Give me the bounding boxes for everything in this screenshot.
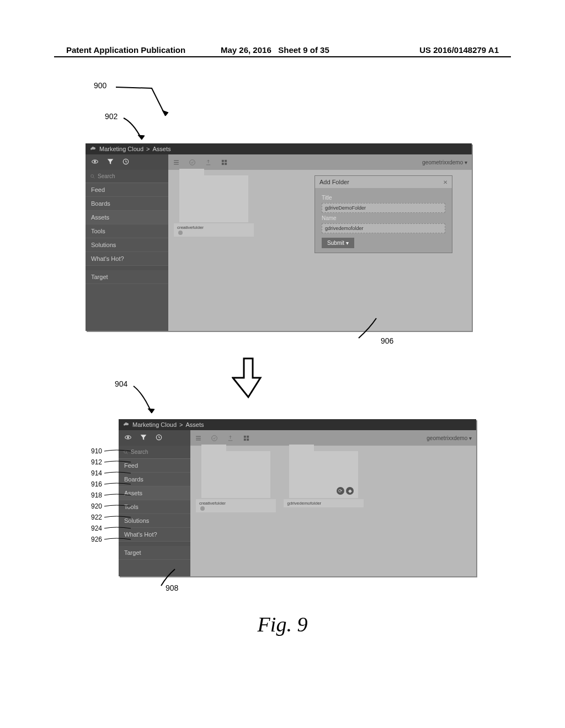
badge-icon [200, 506, 205, 511]
callout-914: 914 [86, 470, 102, 477]
close-icon[interactable]: ✕ [443, 179, 447, 185]
callout-910: 910 [86, 448, 102, 454]
field-title-label: Title [322, 195, 445, 201]
leader-922 [102, 514, 132, 521]
leader-926 [102, 536, 132, 543]
page-header: Patent Application Publication May 26, 2… [66, 45, 499, 55]
nav-whatshot[interactable]: What's Hot? [86, 252, 168, 266]
list-icon[interactable] [195, 435, 202, 442]
folder-tile[interactable]: ⟳ ◆ gdrivedemofolder [284, 451, 364, 517]
callout-912: 912 [86, 459, 102, 465]
sync-icon: ⟳ [337, 487, 344, 495]
svg-rect-6 [222, 163, 223, 164]
check-icon[interactable] [189, 159, 196, 166]
search-icon [90, 174, 95, 179]
callout-916: 916 [86, 481, 102, 488]
body-row: Search Feed Boards Assets Tools Solution… [86, 170, 472, 331]
folder-caption: creativefolder [196, 499, 276, 512]
nav-feed[interactable]: Feed [86, 183, 168, 197]
content-area: creativefolder Add Folder ✕ Title Name S… [168, 170, 472, 331]
flow-arrow-icon [232, 353, 265, 403]
window-titlebar: Marketing Cloud > Assets [119, 419, 476, 430]
nav-boards[interactable]: Boards [86, 197, 168, 211]
callout-900: 900 [94, 81, 106, 90]
nav-target[interactable]: Target [86, 270, 168, 284]
filter-icon[interactable] [140, 433, 147, 441]
breadcrumb-root[interactable]: Marketing Cloud [132, 421, 177, 428]
content-area: creativefolder ⟳ ◆ gdrivedemofolder [190, 446, 476, 576]
publication-number: US 2016/0148279 A1 [419, 45, 499, 55]
eye-icon[interactable] [91, 158, 99, 165]
grid-icon[interactable] [243, 435, 250, 442]
nav-solutions[interactable]: Solutions [86, 238, 168, 252]
breadcrumb-leaf[interactable]: Assets [186, 421, 204, 428]
screenshot-904: Marketing Cloud > Assets geometrixxdemo … [119, 419, 476, 576]
leader-904 [132, 383, 163, 419]
upload-icon[interactable] [205, 159, 212, 166]
main-toolbar: geometrixxdemo ▾ [190, 430, 476, 446]
list-icon[interactable] [173, 159, 180, 166]
folder-caption: gdrivedemofolder [284, 499, 364, 507]
eye-icon[interactable] [124, 433, 132, 441]
add-folder-dialog: Add Folder ✕ Title Name Submit ▾ [315, 175, 452, 253]
callout-904: 904 [115, 379, 127, 388]
filter-icon[interactable] [106, 158, 114, 165]
screenshot-902: Marketing Cloud > Assets geometrixxdemo … [86, 143, 472, 331]
breadcrumb-leaf[interactable]: Assets [153, 146, 171, 152]
svg-point-1 [94, 161, 95, 162]
leader-916 [102, 481, 132, 488]
leader-910 [102, 448, 132, 454]
clock-icon[interactable] [122, 158, 130, 165]
svg-point-10 [127, 437, 129, 438]
row-callouts: 910 912 914 916 918 920 922 924 926 [86, 446, 132, 545]
folder-icon [179, 175, 248, 222]
folder-icon [201, 451, 270, 498]
search-row[interactable]: Search [86, 170, 168, 183]
upload-icon[interactable] [227, 435, 234, 442]
nav-target[interactable]: Target [119, 546, 190, 560]
nav-sub-hot[interactable] [86, 266, 168, 270]
dialog-body: Title Name Submit ▾ [315, 188, 452, 253]
leader-914 [102, 470, 132, 477]
folder-tile[interactable]: creativefolder [196, 451, 276, 517]
clock-icon[interactable] [155, 433, 163, 441]
field-title-input[interactable] [322, 203, 445, 213]
user-menu[interactable]: geometrixxdemo ▾ [422, 159, 467, 165]
drive-icon: ◆ [346, 487, 354, 495]
svg-point-8 [91, 174, 94, 177]
callout-926: 926 [86, 536, 102, 543]
callout-920: 920 [86, 503, 102, 510]
window-titlebar: Marketing Cloud > Assets [86, 143, 472, 154]
publication-date: May 26, 2016 Sheet 9 of 35 [221, 45, 329, 55]
dialog-title: Add Folder [319, 179, 349, 185]
leader-924 [102, 525, 132, 532]
nav-assets[interactable]: Assets [86, 211, 168, 224]
nav-tools[interactable]: Tools [86, 224, 168, 238]
search-placeholder: Search [131, 449, 148, 455]
breadcrumb-sep: > [146, 146, 150, 152]
folder-tile[interactable]: creativefolder [174, 175, 254, 242]
search-placeholder: Search [98, 173, 115, 179]
svg-point-12 [212, 435, 217, 441]
svg-rect-15 [244, 438, 246, 440]
grid-icon[interactable] [221, 159, 228, 166]
sidebar-header [119, 430, 190, 446]
header-rule [54, 56, 511, 57]
svg-rect-4 [222, 160, 223, 162]
breadcrumb-root[interactable]: Marketing Cloud [99, 146, 143, 152]
folder-icon: ⟳ ◆ [289, 451, 358, 498]
field-name-label: Name [322, 215, 445, 221]
publication-label: Patent Application Publication [66, 45, 185, 55]
svg-rect-16 [247, 438, 249, 440]
folder-caption: creativefolder [174, 223, 254, 237]
field-name-input[interactable] [322, 223, 445, 233]
sidebar-header [86, 154, 168, 170]
svg-rect-5 [225, 160, 227, 162]
badge-icon [178, 231, 183, 235]
callout-902: 902 [105, 112, 118, 121]
dialog-header: Add Folder ✕ [315, 176, 452, 188]
user-menu[interactable]: geometrixxdemo ▾ [427, 435, 472, 441]
sidebar-nav: Search Feed Boards Assets Tools Solution… [86, 170, 168, 331]
check-icon[interactable] [211, 435, 218, 442]
submit-button[interactable]: Submit ▾ [322, 238, 354, 248]
